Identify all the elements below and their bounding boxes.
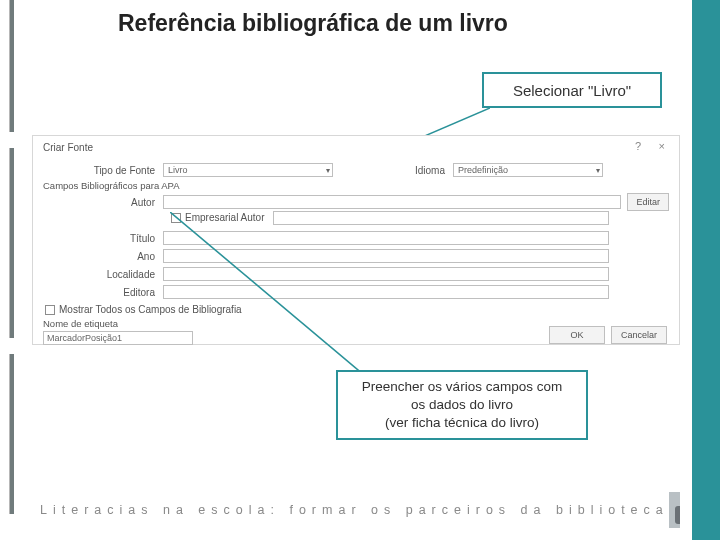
left-notch [0,148,10,338]
callout-line: (ver ficha técnica do livro) [385,414,539,432]
callout-line: Preencher os vários campos com [362,378,562,396]
help-icon[interactable]: ? [635,140,641,152]
year-label: Ano [43,251,163,262]
callout-line: os dados do livro [411,396,513,414]
dialog-title: Criar Fonte [43,142,93,153]
edit-button[interactable]: Editar [627,193,669,211]
close-icon[interactable]: × [659,140,665,152]
publisher-label: Editora [43,287,163,298]
slide: Referência bibliográfica de um livro Sel… [0,0,720,540]
tag-name-label: Nome de etiqueta [43,318,118,329]
callout-arrow [170,212,370,380]
source-type-select[interactable]: Livro ▾ [163,163,333,177]
footer: Literacias na escola: formar os parceiro… [40,498,680,522]
left-rail [10,354,14,514]
author-label: Autor [43,197,163,208]
footer-photo [669,492,680,528]
left-rail [10,148,14,338]
author-input[interactable] [163,195,621,209]
right-accent-bar [692,0,720,540]
left-rail [10,0,14,132]
svg-line-1 [170,212,370,380]
chevron-down-icon: ▾ [596,165,600,177]
callout-select-livro: Selecionar "Livro" [482,72,662,108]
city-label: Localidade [43,269,163,280]
fields-section-label: Campos Bibliográficos para APA [43,180,180,191]
language-value: Predefinição [458,165,508,175]
language-label: Idioma [393,165,453,176]
source-type-label: Tipo de Fonte [43,165,163,176]
footer-text: Literacias na escola: formar os parceiro… [40,503,669,517]
show-all-fields-checkbox[interactable] [45,305,55,315]
language-select[interactable]: Predefinição ▾ [453,163,603,177]
left-notch [0,354,10,514]
page-title: Referência bibliográfica de um livro [118,10,508,37]
title-label: Título [43,233,163,244]
ok-button[interactable]: OK [549,326,605,344]
left-notch [0,0,10,132]
chevron-down-icon: ▾ [326,165,330,177]
source-type-value: Livro [168,165,188,175]
cancel-button[interactable]: Cancelar [611,326,667,344]
callout-fill-fields: Preencher os vários campos com os dados … [336,370,588,440]
